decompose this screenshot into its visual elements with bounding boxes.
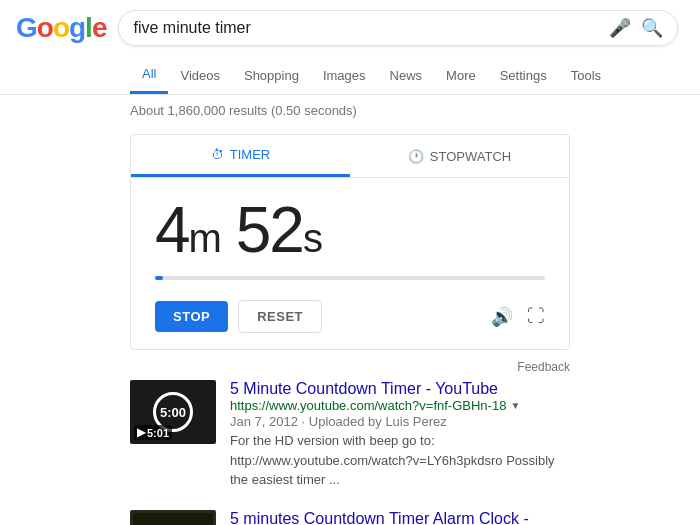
- result-url-1: https://www.youtube.com/watch?v=fnf-GBHn…: [230, 398, 570, 413]
- timer-progress: [155, 276, 545, 280]
- thumb-time-display: 5:00: [160, 405, 186, 420]
- nav-item-more[interactable]: More: [434, 58, 488, 93]
- nav-bar: All Videos Shopping Images News More Set…: [0, 56, 700, 95]
- result-title-1[interactable]: 5 Minute Countdown Timer - YouTube: [230, 380, 498, 397]
- tab-stopwatch[interactable]: 🕐 STOPWATCH: [350, 135, 569, 177]
- timer-tab-icon: ⏱: [211, 147, 224, 162]
- result-title-2[interactable]: 5 minutes Countdown Timer Alarm Clock - …: [230, 510, 529, 526]
- result-thumbnail-1[interactable]: 5:00 ▶ 5:01: [130, 380, 216, 444]
- timer-seconds-unit: s: [303, 216, 321, 260]
- nav-item-all[interactable]: All: [130, 56, 168, 94]
- microphone-icon[interactable]: 🎤: [609, 17, 631, 39]
- nav-item-news[interactable]: News: [378, 58, 435, 93]
- result-thumbnail-2[interactable]: ▶ 5:04: [130, 510, 216, 526]
- feedback-row: Feedback: [0, 358, 700, 380]
- timer-display: 4m 52s: [131, 178, 569, 290]
- search-bar: 🎤 🔍: [118, 10, 678, 46]
- thumb-duration-1: ▶ 5:01: [134, 425, 172, 440]
- nav-item-shopping[interactable]: Shopping: [232, 58, 311, 93]
- result-item: 5:00 ▶ 5:01 5 Minute Countdown Timer - Y…: [130, 380, 570, 490]
- nav-settings[interactable]: Settings: [488, 58, 559, 93]
- timer-tabs: ⏱ TIMER 🕐 STOPWATCH: [131, 135, 569, 178]
- fullscreen-icon[interactable]: ⛶: [527, 306, 545, 327]
- svg-rect-0: [133, 513, 213, 526]
- timer-minutes: 4: [155, 194, 189, 266]
- google-logo: Google: [16, 12, 106, 44]
- feedback-link[interactable]: Feedback: [517, 360, 570, 374]
- results-info: About 1,860,000 results (0.50 seconds): [0, 95, 700, 126]
- reset-button[interactable]: RESET: [238, 300, 322, 333]
- timer-minutes-unit: m: [189, 216, 220, 260]
- result-desc-1: For the HD version with beep go to: http…: [230, 431, 570, 490]
- result-text-2: 5 minutes Countdown Timer Alarm Clock - …: [230, 510, 570, 526]
- timer-right-icons: 🔊 ⛶: [491, 306, 545, 328]
- timer-seconds: 52: [236, 194, 303, 266]
- nav-tools[interactable]: Tools: [559, 58, 613, 93]
- search-results: 5:00 ▶ 5:01 5 Minute Countdown Timer - Y…: [0, 380, 700, 525]
- tab-timer[interactable]: ⏱ TIMER: [131, 135, 350, 177]
- timer-time: 4m 52s: [155, 198, 545, 262]
- thumb-svg-2: [133, 513, 213, 526]
- result-meta-1: Jan 7, 2012 · Uploaded by Luis Perez: [230, 414, 570, 429]
- nav-item-videos[interactable]: Videos: [168, 58, 232, 93]
- volume-icon[interactable]: 🔊: [491, 306, 513, 328]
- timer-controls: STOP RESET 🔊 ⛶: [131, 290, 569, 349]
- search-input[interactable]: [133, 19, 609, 37]
- nav-item-images[interactable]: Images: [311, 58, 378, 93]
- result-text-1: 5 Minute Countdown Timer - YouTube https…: [230, 380, 570, 490]
- result-item-2: ▶ 5:04 5 minutes Countdown Timer Alarm C…: [130, 510, 570, 526]
- search-icon[interactable]: 🔍: [641, 17, 663, 39]
- timer-tab-label: TIMER: [230, 147, 270, 162]
- stop-button[interactable]: STOP: [155, 301, 228, 332]
- stopwatch-tab-label: STOPWATCH: [430, 149, 511, 164]
- stopwatch-tab-icon: 🕐: [408, 149, 424, 164]
- search-bar-icons: 🎤 🔍: [609, 17, 663, 39]
- timer-widget: ⏱ TIMER 🕐 STOPWATCH 4m 52s STOP RESET 🔊 …: [130, 134, 570, 350]
- dropdown-arrow-1[interactable]: ▼: [510, 400, 520, 411]
- header: Google 🎤 🔍: [0, 0, 700, 56]
- timer-progress-fill: [155, 276, 163, 280]
